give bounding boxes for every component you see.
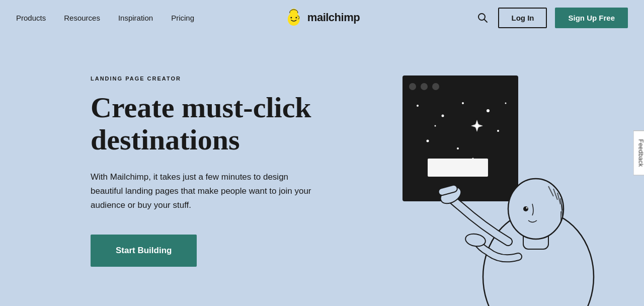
svg-point-19: [505, 103, 507, 104]
svg-point-3: [290, 9, 298, 18]
search-button[interactable]: [475, 10, 490, 25]
feedback-tab[interactable]: Feedback: [633, 130, 644, 175]
svg-point-4: [291, 17, 292, 18]
nav-link-inspiration[interactable]: Inspiration: [118, 14, 153, 22]
svg-rect-8: [403, 75, 518, 201]
signup-button[interactable]: Sign Up Free: [555, 8, 628, 28]
svg-point-11: [432, 83, 439, 90]
nav-link-resources[interactable]: Resources: [64, 14, 100, 22]
hero-title: Create must-click destinations: [91, 92, 332, 156]
nav-link-pricing[interactable]: Pricing: [171, 14, 194, 22]
svg-point-17: [457, 147, 459, 149]
svg-point-34: [523, 206, 528, 211]
svg-point-15: [497, 130, 499, 132]
svg-point-18: [435, 125, 436, 127]
mailchimp-logo-icon: [284, 8, 303, 27]
nav-link-products[interactable]: Products: [16, 14, 46, 22]
nav-left: Products Resources Inspiration Pricing: [16, 14, 194, 22]
hero-description: With Mailchimp, it takes just a few minu…: [91, 170, 312, 212]
svg-rect-24: [428, 159, 488, 177]
navigation: Products Resources Inspiration Pricing m…: [0, 0, 644, 35]
svg-point-21: [417, 105, 419, 107]
svg-point-27: [508, 179, 564, 239]
hero-illustration: [352, 60, 604, 306]
nav-logo[interactable]: mailchimp: [284, 8, 360, 27]
mailchimp-logo-text: mailchimp: [307, 11, 360, 24]
hero-illustration-svg: [352, 60, 604, 306]
svg-point-12: [442, 115, 444, 117]
svg-point-16: [427, 140, 429, 142]
hero-label: LANDING PAGE CREATOR: [91, 75, 332, 82]
hero-section: LANDING PAGE CREATOR Create must-click d…: [0, 35, 644, 306]
search-icon: [477, 12, 488, 23]
start-building-button[interactable]: Start Building: [91, 235, 197, 267]
nav-right: Log In Sign Up Free: [475, 8, 628, 28]
svg-point-10: [421, 83, 428, 90]
svg-point-14: [487, 109, 490, 112]
hero-content: LANDING PAGE CREATOR Create must-click d…: [91, 65, 332, 267]
login-button[interactable]: Log In: [498, 8, 547, 28]
svg-line-7: [484, 19, 487, 22]
svg-point-9: [409, 83, 416, 90]
svg-point-13: [462, 102, 464, 104]
svg-point-35: [526, 207, 528, 209]
svg-point-5: [296, 17, 297, 18]
